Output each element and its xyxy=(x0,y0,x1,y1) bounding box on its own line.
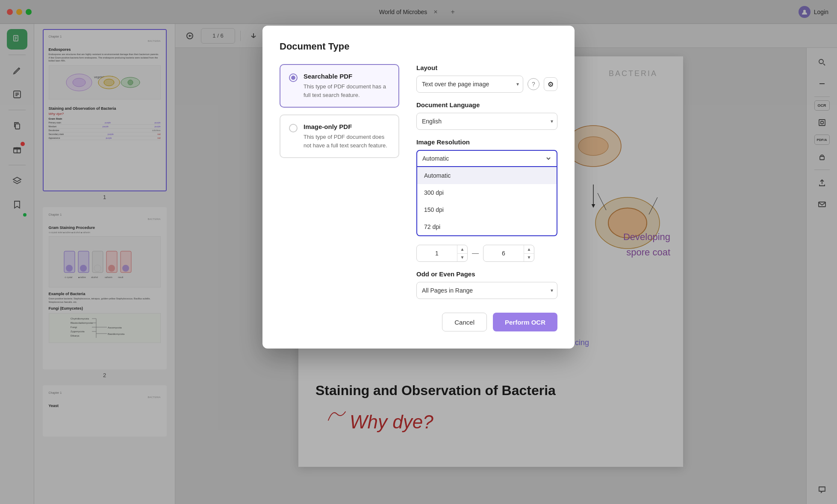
range-dash: — xyxy=(472,249,479,257)
page-from-up[interactable]: ▲ xyxy=(457,245,467,254)
image-only-pdf-option[interactable]: Image-only PDF This type of PDF document… xyxy=(280,114,399,158)
page-from-value: 1 xyxy=(417,250,457,257)
resolution-selected-value: Automatic xyxy=(422,155,449,162)
page-range-row: 1 ▲ ▼ — 6 ▲ ▼ xyxy=(416,245,557,262)
resolution-option-150dpi[interactable]: 150 dpi xyxy=(417,201,557,218)
page-to-down[interactable]: ▼ xyxy=(524,254,534,262)
modal-columns: Searchable PDF This type of PDF document… xyxy=(280,64,557,331)
resolution-options-list: Automatic 300 dpi 150 dpi 72 dpi xyxy=(416,167,557,236)
searchable-pdf-label: Searchable PDF xyxy=(304,73,390,80)
layout-gear-icon[interactable]: ⚙ xyxy=(544,77,557,91)
odd-even-select-wrapper[interactable]: All Pages in Range Odd Pages Only Even P… xyxy=(416,282,557,299)
cancel-button[interactable]: Cancel xyxy=(442,313,487,331)
searchable-pdf-desc: This type of PDF document has a full tex… xyxy=(304,82,390,99)
odd-even-label: Odd or Even Pages xyxy=(416,270,557,278)
layout-select-wrapper[interactable]: Text over the page image Text below the … xyxy=(416,76,523,93)
language-select[interactable]: English French German Spanish xyxy=(416,113,557,130)
searchable-pdf-option[interactable]: Searchable PDF This type of PDF document… xyxy=(280,64,399,108)
page-from-stepper[interactable]: 1 ▲ ▼ xyxy=(416,245,468,262)
modal-right-panel: Layout Text over the page image Text bel… xyxy=(416,64,557,331)
modal-title: Document Type xyxy=(280,41,557,52)
language-select-wrapper[interactable]: English French German Spanish xyxy=(416,113,557,130)
page-to-value: 6 xyxy=(483,250,524,257)
resolution-option-automatic[interactable]: Automatic xyxy=(417,167,557,184)
page-to-up[interactable]: ▲ xyxy=(524,245,534,254)
searchable-pdf-text: Searchable PDF This type of PDF document… xyxy=(304,73,390,99)
language-row: English French German Spanish xyxy=(416,113,557,130)
image-only-pdf-label: Image-only PDF xyxy=(304,123,390,130)
odd-even-select[interactable]: All Pages in Range Odd Pages Only Even P… xyxy=(416,282,557,299)
layout-select[interactable]: Text over the page image Text below the … xyxy=(416,76,523,93)
layout-label: Layout xyxy=(416,64,557,71)
modal-actions: Cancel Perform OCR xyxy=(416,313,557,331)
ocr-modal: Document Type Searchable PDF This type o… xyxy=(262,26,575,349)
resolution-label: Image Resolution xyxy=(416,138,557,146)
layout-help-icon[interactable]: ? xyxy=(528,78,539,90)
language-label: Document Language xyxy=(416,101,557,108)
layout-row: Text over the page image Text below the … xyxy=(416,76,557,93)
page-to-arrows: ▲ ▼ xyxy=(524,245,534,261)
modal-left-panel: Searchable PDF This type of PDF document… xyxy=(280,64,399,331)
resolution-trigger[interactable]: Automatic xyxy=(416,150,557,167)
modal-overlay: Document Type Searchable PDF This type o… xyxy=(0,0,837,504)
image-only-pdf-radio[interactable] xyxy=(289,124,298,132)
searchable-pdf-radio[interactable] xyxy=(289,73,298,82)
resolution-option-72dpi[interactable]: 72 dpi xyxy=(417,218,557,235)
image-only-pdf-text: Image-only PDF This type of PDF document… xyxy=(304,123,390,149)
perform-ocr-button[interactable]: Perform OCR xyxy=(493,313,557,331)
page-to-stepper[interactable]: 6 ▲ ▼ xyxy=(483,245,534,262)
image-only-pdf-desc: This type of PDF document does not have … xyxy=(304,133,390,149)
page-from-down[interactable]: ▼ xyxy=(457,254,467,262)
page-from-arrows: ▲ ▼ xyxy=(457,245,467,261)
resolution-option-300dpi[interactable]: 300 dpi xyxy=(417,184,557,201)
resolution-dropdown[interactable]: Automatic Automatic 300 dpi 150 dpi 72 d… xyxy=(416,150,557,236)
